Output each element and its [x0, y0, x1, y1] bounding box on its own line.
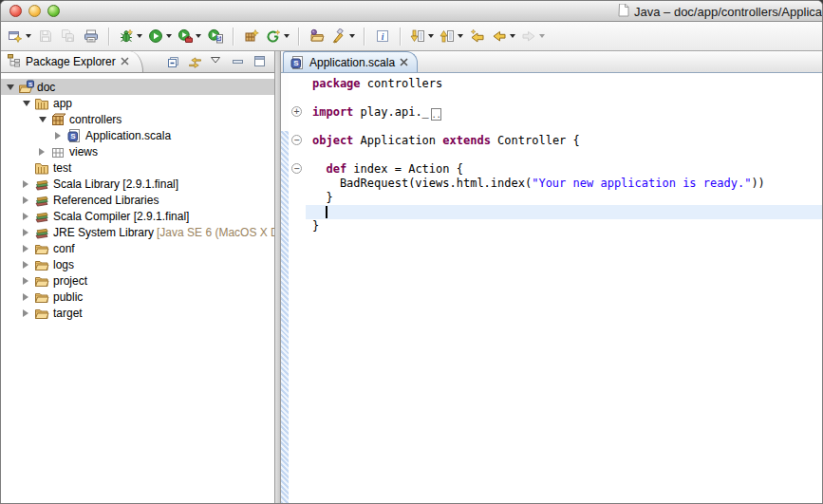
- code-line-2[interactable]: [306, 91, 822, 105]
- code-line-10[interactable]: [306, 205, 822, 219]
- new-type-button[interactable]: [264, 25, 291, 47]
- dropdown-arrow-icon[interactable]: [428, 34, 434, 38]
- folder-icon: [33, 289, 50, 305]
- expand-arrow-icon[interactable]: [23, 245, 33, 252]
- close-window-button[interactable]: [9, 5, 22, 17]
- package-explorer-tab[interactable]: Package Explorer: [1, 51, 143, 72]
- dropdown-arrow-icon[interactable]: [458, 34, 463, 38]
- scala-file-icon: S: [65, 128, 83, 143]
- expand-arrow-icon[interactable]: [23, 101, 33, 106]
- expand-arrow-icon[interactable]: [23, 293, 33, 301]
- toggle-mark-occurrences-button[interactable]: i: [372, 25, 393, 47]
- code-line-3[interactable]: import play.api._..: [306, 105, 822, 120]
- tree-item-scala-library-2-9-1-final[interactable]: Scala Library [2.9.1.final]: [1, 176, 274, 192]
- run-scala-application-icon: S: [208, 28, 223, 44]
- expand-arrow-icon[interactable]: [55, 132, 65, 140]
- code-line-11[interactable]: }: [306, 219, 822, 233]
- document-proxy-icon: [618, 4, 629, 19]
- tree-item-doc[interactable]: Sdoc: [1, 79, 274, 95]
- package-explorer-icon: [7, 53, 21, 70]
- expand-arrow-icon[interactable]: [23, 196, 33, 204]
- window-controls: [9, 5, 60, 17]
- expand-arrow-icon[interactable]: [39, 117, 49, 122]
- expand-arrow-icon[interactable]: [23, 309, 33, 317]
- fold-collapsed-icon[interactable]: +: [291, 106, 302, 117]
- editor-tabbar: S Application.scala: [281, 51, 822, 73]
- run-scala-application-button[interactable]: S: [205, 25, 226, 47]
- expand-arrow-icon[interactable]: [23, 261, 33, 269]
- dropdown-arrow-icon[interactable]: [510, 34, 515, 38]
- tree-item-label: Scala Compiler [2.9.1.final]: [50, 210, 189, 223]
- code-line-7[interactable]: def index = Action {: [306, 162, 822, 177]
- search-icon: [331, 28, 346, 44]
- last-edit-location-button[interactable]: [467, 25, 488, 47]
- fold-expanded-icon[interactable]: −: [291, 135, 302, 145]
- expand-arrow-icon[interactable]: [23, 229, 33, 236]
- tree-item-label: public: [50, 290, 83, 304]
- close-view-icon[interactable]: [121, 55, 129, 68]
- minimize-window-button[interactable]: [28, 5, 41, 17]
- package-explorer-view: Package Explorer SdocappcontrollersSAppl…: [1, 51, 275, 503]
- tree-item-public[interactable]: public: [1, 289, 274, 305]
- back-button[interactable]: [490, 25, 517, 47]
- tree-item-target[interactable]: target: [1, 305, 274, 321]
- new-wizard-button[interactable]: [6, 25, 33, 47]
- expand-arrow-icon[interactable]: [23, 180, 33, 188]
- view-menu-icon[interactable]: [210, 55, 224, 69]
- code-editor[interactable]: package controllersimport play.api._..ob…: [306, 73, 822, 503]
- code-line-6[interactable]: [306, 148, 822, 162]
- tree-item-label: views: [66, 145, 98, 159]
- tree-item-views[interactable]: views: [1, 143, 274, 159]
- dropdown-arrow-icon[interactable]: [137, 34, 142, 38]
- dropdown-arrow-icon[interactable]: [26, 34, 31, 38]
- fold-expanded-icon[interactable]: −: [291, 163, 302, 174]
- run-button[interactable]: [146, 25, 174, 47]
- code-line-8[interactable]: BadRequest(views.html.index("Your new ap…: [306, 177, 822, 191]
- minimize-view-icon[interactable]: [232, 55, 246, 69]
- expand-arrow-icon[interactable]: [23, 277, 33, 285]
- tree-item-jre-system-library[interactable]: JRE System Library[Java SE 6 (MacOS X De…: [1, 224, 274, 240]
- tree-item-project[interactable]: project: [1, 272, 274, 289]
- tree-item-scala-compiler-2-9-1-final[interactable]: Scala Compiler [2.9.1.final]: [1, 208, 274, 224]
- previous-annotation-button[interactable]: [438, 25, 465, 47]
- close-editor-icon[interactable]: [400, 58, 408, 66]
- open-element-button[interactable]: [307, 25, 327, 47]
- maximize-view-icon[interactable]: [253, 55, 268, 69]
- collapsed-code-icon[interactable]: ..: [431, 108, 441, 121]
- next-annotation-button[interactable]: [408, 25, 436, 47]
- titlebar[interactable]: Java – doc/app/controllers/Application.s…: [1, 1, 822, 22]
- tree-item-test[interactable]: test: [1, 159, 274, 176]
- tree-item-controllers[interactable]: controllers: [1, 111, 274, 127]
- run-external-tools-button[interactable]: [176, 25, 203, 47]
- tree-item-logs[interactable]: logs: [1, 256, 274, 272]
- tree-item-app[interactable]: app: [1, 95, 274, 111]
- save-all-button: [58, 25, 79, 47]
- collapse-all-icon[interactable]: [166, 55, 180, 69]
- svg-text:S: S: [293, 59, 299, 67]
- code-line-4[interactable]: [306, 120, 822, 134]
- new-package-button[interactable]: [241, 25, 262, 47]
- zoom-window-button[interactable]: [47, 5, 60, 17]
- expand-arrow-icon[interactable]: [7, 84, 17, 90]
- dropdown-arrow-icon[interactable]: [196, 34, 201, 38]
- dropdown-arrow-icon[interactable]: [349, 34, 355, 38]
- library-icon: [33, 209, 50, 224]
- tree-item-referenced-libraries[interactable]: Referenced Libraries: [1, 192, 274, 208]
- tree-item-conf[interactable]: conf: [1, 240, 274, 256]
- dropdown-arrow-icon[interactable]: [284, 34, 290, 38]
- package-explorer-title: Package Explorer: [26, 55, 116, 68]
- code-line-9[interactable]: }: [306, 191, 822, 205]
- debug-button[interactable]: [117, 25, 144, 47]
- search-button[interactable]: [329, 25, 357, 47]
- annotation-ruler[interactable]: [281, 73, 289, 503]
- print-button[interactable]: [81, 25, 102, 47]
- expand-arrow-icon[interactable]: [23, 213, 33, 220]
- dropdown-arrow-icon[interactable]: [166, 34, 172, 38]
- tree-item-application-scala[interactable]: SApplication.scala: [1, 127, 274, 143]
- toolbar-separator: [108, 28, 110, 46]
- link-with-editor-icon[interactable]: [188, 55, 202, 69]
- code-line-5[interactable]: object Application extends Controller {: [306, 134, 822, 148]
- code-line-1[interactable]: package controllers: [306, 77, 822, 91]
- editor-tab-application-scala[interactable]: S Application.scala: [283, 51, 418, 72]
- expand-arrow-icon[interactable]: [39, 148, 49, 156]
